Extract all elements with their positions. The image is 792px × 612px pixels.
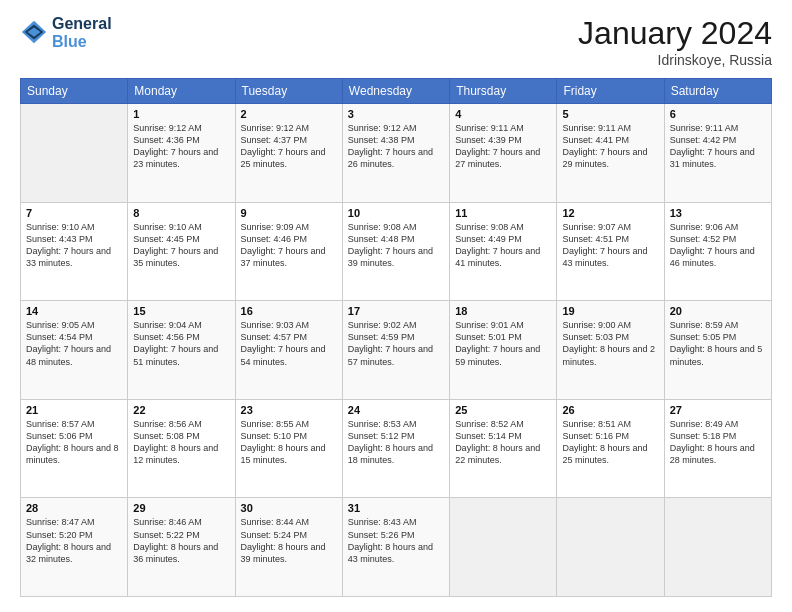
calendar-cell: 9Sunrise: 9:09 AMSunset: 4:46 PMDaylight… (235, 202, 342, 301)
day-info: Sunrise: 9:06 AMSunset: 4:52 PMDaylight:… (670, 221, 766, 270)
calendar-cell: 31Sunrise: 8:43 AMSunset: 5:26 PMDayligh… (342, 498, 449, 597)
day-info: Sunrise: 8:56 AMSunset: 5:08 PMDaylight:… (133, 418, 229, 467)
calendar-cell: 12Sunrise: 9:07 AMSunset: 4:51 PMDayligh… (557, 202, 664, 301)
calendar-cell: 25Sunrise: 8:52 AMSunset: 5:14 PMDayligh… (450, 399, 557, 498)
day-number: 8 (133, 207, 229, 219)
day-info: Sunrise: 8:46 AMSunset: 5:22 PMDaylight:… (133, 516, 229, 565)
day-number: 3 (348, 108, 444, 120)
calendar-cell: 6Sunrise: 9:11 AMSunset: 4:42 PMDaylight… (664, 104, 771, 203)
calendar-cell: 1Sunrise: 9:12 AMSunset: 4:36 PMDaylight… (128, 104, 235, 203)
title-block: January 2024 Idrinskoye, Russia (578, 15, 772, 68)
day-info: Sunrise: 8:51 AMSunset: 5:16 PMDaylight:… (562, 418, 658, 467)
day-of-week-friday: Friday (557, 79, 664, 104)
calendar-cell: 2Sunrise: 9:12 AMSunset: 4:37 PMDaylight… (235, 104, 342, 203)
day-of-week-saturday: Saturday (664, 79, 771, 104)
week-row-4: 21Sunrise: 8:57 AMSunset: 5:06 PMDayligh… (21, 399, 772, 498)
calendar-cell: 21Sunrise: 8:57 AMSunset: 5:06 PMDayligh… (21, 399, 128, 498)
day-number: 10 (348, 207, 444, 219)
day-number: 29 (133, 502, 229, 514)
days-of-week-row: SundayMondayTuesdayWednesdayThursdayFrid… (21, 79, 772, 104)
day-number: 19 (562, 305, 658, 317)
logo-text: General Blue (52, 15, 112, 50)
day-info: Sunrise: 8:49 AMSunset: 5:18 PMDaylight:… (670, 418, 766, 467)
day-info: Sunrise: 8:43 AMSunset: 5:26 PMDaylight:… (348, 516, 444, 565)
day-number: 22 (133, 404, 229, 416)
day-number: 15 (133, 305, 229, 317)
day-number: 16 (241, 305, 337, 317)
day-info: Sunrise: 9:10 AMSunset: 4:43 PMDaylight:… (26, 221, 122, 270)
calendar-cell: 16Sunrise: 9:03 AMSunset: 4:57 PMDayligh… (235, 301, 342, 400)
day-number: 20 (670, 305, 766, 317)
day-number: 25 (455, 404, 551, 416)
day-info: Sunrise: 9:12 AMSunset: 4:37 PMDaylight:… (241, 122, 337, 171)
day-of-week-tuesday: Tuesday (235, 79, 342, 104)
logo-icon (20, 19, 48, 47)
day-info: Sunrise: 8:44 AMSunset: 5:24 PMDaylight:… (241, 516, 337, 565)
day-info: Sunrise: 9:07 AMSunset: 4:51 PMDaylight:… (562, 221, 658, 270)
day-info: Sunrise: 9:08 AMSunset: 4:48 PMDaylight:… (348, 221, 444, 270)
calendar-cell: 5Sunrise: 9:11 AMSunset: 4:41 PMDaylight… (557, 104, 664, 203)
day-info: Sunrise: 8:53 AMSunset: 5:12 PMDaylight:… (348, 418, 444, 467)
day-number: 11 (455, 207, 551, 219)
day-number: 24 (348, 404, 444, 416)
calendar-cell: 28Sunrise: 8:47 AMSunset: 5:20 PMDayligh… (21, 498, 128, 597)
month-title: January 2024 (578, 15, 772, 52)
calendar-cell: 14Sunrise: 9:05 AMSunset: 4:54 PMDayligh… (21, 301, 128, 400)
calendar-cell: 7Sunrise: 9:10 AMSunset: 4:43 PMDaylight… (21, 202, 128, 301)
calendar-cell: 18Sunrise: 9:01 AMSunset: 5:01 PMDayligh… (450, 301, 557, 400)
day-info: Sunrise: 8:59 AMSunset: 5:05 PMDaylight:… (670, 319, 766, 368)
day-number: 23 (241, 404, 337, 416)
day-info: Sunrise: 8:57 AMSunset: 5:06 PMDaylight:… (26, 418, 122, 467)
day-info: Sunrise: 9:09 AMSunset: 4:46 PMDaylight:… (241, 221, 337, 270)
calendar-cell: 10Sunrise: 9:08 AMSunset: 4:48 PMDayligh… (342, 202, 449, 301)
day-number: 9 (241, 207, 337, 219)
week-row-1: 1Sunrise: 9:12 AMSunset: 4:36 PMDaylight… (21, 104, 772, 203)
calendar-cell: 22Sunrise: 8:56 AMSunset: 5:08 PMDayligh… (128, 399, 235, 498)
day-of-week-thursday: Thursday (450, 79, 557, 104)
day-info: Sunrise: 9:11 AMSunset: 4:41 PMDaylight:… (562, 122, 658, 171)
day-of-week-sunday: Sunday (21, 79, 128, 104)
day-number: 26 (562, 404, 658, 416)
day-number: 21 (26, 404, 122, 416)
day-of-week-wednesday: Wednesday (342, 79, 449, 104)
day-number: 12 (562, 207, 658, 219)
calendar-cell: 30Sunrise: 8:44 AMSunset: 5:24 PMDayligh… (235, 498, 342, 597)
page: General Blue January 2024 Idrinskoye, Ru… (0, 0, 792, 612)
day-info: Sunrise: 9:03 AMSunset: 4:57 PMDaylight:… (241, 319, 337, 368)
day-info: Sunrise: 9:12 AMSunset: 4:38 PMDaylight:… (348, 122, 444, 171)
day-number: 17 (348, 305, 444, 317)
day-info: Sunrise: 9:11 AMSunset: 4:42 PMDaylight:… (670, 122, 766, 171)
day-number: 28 (26, 502, 122, 514)
calendar-cell: 23Sunrise: 8:55 AMSunset: 5:10 PMDayligh… (235, 399, 342, 498)
day-number: 30 (241, 502, 337, 514)
day-number: 31 (348, 502, 444, 514)
calendar-header: SundayMondayTuesdayWednesdayThursdayFrid… (21, 79, 772, 104)
day-info: Sunrise: 9:00 AMSunset: 5:03 PMDaylight:… (562, 319, 658, 368)
day-info: Sunrise: 9:10 AMSunset: 4:45 PMDaylight:… (133, 221, 229, 270)
calendar-cell: 20Sunrise: 8:59 AMSunset: 5:05 PMDayligh… (664, 301, 771, 400)
day-info: Sunrise: 9:11 AMSunset: 4:39 PMDaylight:… (455, 122, 551, 171)
week-row-5: 28Sunrise: 8:47 AMSunset: 5:20 PMDayligh… (21, 498, 772, 597)
calendar: SundayMondayTuesdayWednesdayThursdayFrid… (20, 78, 772, 597)
location: Idrinskoye, Russia (578, 52, 772, 68)
calendar-cell: 26Sunrise: 8:51 AMSunset: 5:16 PMDayligh… (557, 399, 664, 498)
calendar-cell (21, 104, 128, 203)
calendar-cell: 13Sunrise: 9:06 AMSunset: 4:52 PMDayligh… (664, 202, 771, 301)
calendar-cell: 19Sunrise: 9:00 AMSunset: 5:03 PMDayligh… (557, 301, 664, 400)
day-info: Sunrise: 9:05 AMSunset: 4:54 PMDaylight:… (26, 319, 122, 368)
week-row-3: 14Sunrise: 9:05 AMSunset: 4:54 PMDayligh… (21, 301, 772, 400)
calendar-cell (450, 498, 557, 597)
calendar-cell: 11Sunrise: 9:08 AMSunset: 4:49 PMDayligh… (450, 202, 557, 301)
calendar-cell (557, 498, 664, 597)
calendar-cell: 29Sunrise: 8:46 AMSunset: 5:22 PMDayligh… (128, 498, 235, 597)
day-number: 18 (455, 305, 551, 317)
calendar-cell (664, 498, 771, 597)
day-number: 1 (133, 108, 229, 120)
calendar-cell: 24Sunrise: 8:53 AMSunset: 5:12 PMDayligh… (342, 399, 449, 498)
day-number: 13 (670, 207, 766, 219)
calendar-cell: 17Sunrise: 9:02 AMSunset: 4:59 PMDayligh… (342, 301, 449, 400)
day-number: 7 (26, 207, 122, 219)
day-info: Sunrise: 9:12 AMSunset: 4:36 PMDaylight:… (133, 122, 229, 171)
day-info: Sunrise: 8:55 AMSunset: 5:10 PMDaylight:… (241, 418, 337, 467)
day-info: Sunrise: 9:02 AMSunset: 4:59 PMDaylight:… (348, 319, 444, 368)
